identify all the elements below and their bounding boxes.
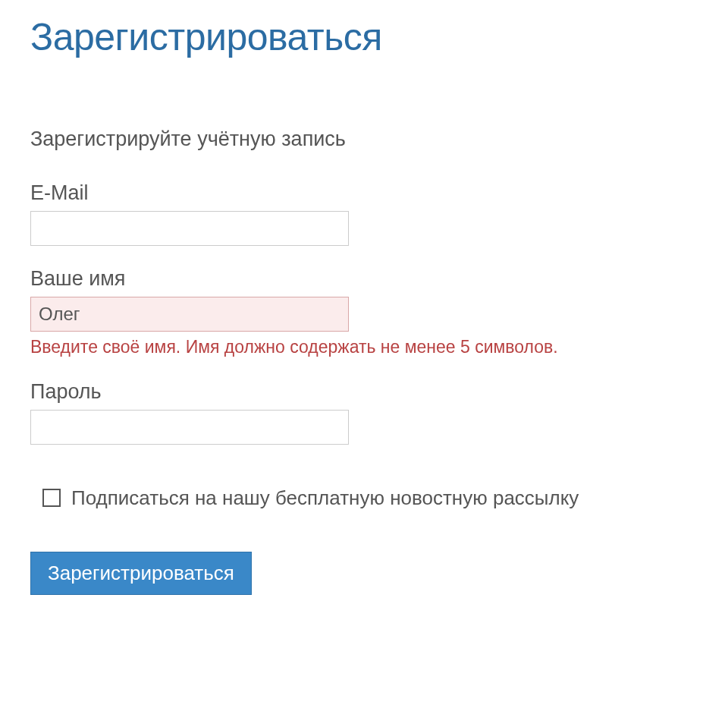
email-label: E-Mail — [30, 181, 698, 205]
password-field-group: Пароль — [30, 380, 698, 445]
page-subtitle: Зарегистрируйте учётную запись — [30, 127, 698, 151]
email-field-group: E-Mail — [30, 181, 698, 246]
name-input[interactable] — [30, 297, 349, 332]
name-label: Ваше имя — [30, 267, 698, 291]
newsletter-checkbox[interactable] — [42, 489, 61, 507]
newsletter-label[interactable]: Подписаться на нашу бесплатную новостную… — [71, 486, 579, 510]
page-title: Зарегистрироваться — [30, 15, 698, 59]
name-field-group: Ваше имя Введите своё имя. Имя должно со… — [30, 267, 698, 359]
newsletter-row: Подписаться на нашу бесплатную новостную… — [30, 486, 698, 510]
submit-button[interactable]: Зарегистрироваться — [30, 552, 252, 595]
name-error-message: Введите своё имя. Имя должно содержать н… — [30, 336, 698, 359]
password-input[interactable] — [30, 410, 349, 445]
email-input[interactable] — [30, 211, 349, 246]
password-label: Пароль — [30, 380, 698, 404]
